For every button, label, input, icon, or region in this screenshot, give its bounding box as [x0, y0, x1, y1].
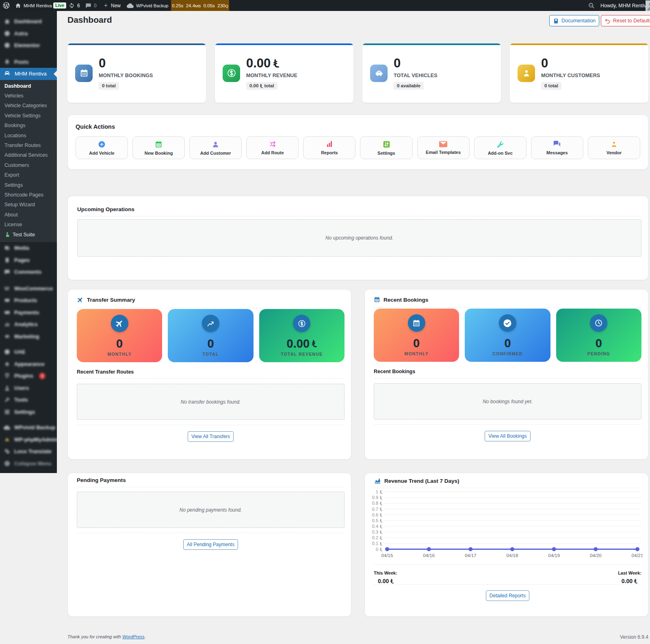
svg-text:04/20: 04/20: [590, 553, 602, 558]
svg-text:0.4: 0.4: [372, 524, 378, 529]
svg-text:1: 1: [376, 489, 378, 494]
svg-text:04/19: 04/19: [548, 553, 560, 558]
svg-text:0.5: 0.5: [372, 518, 378, 523]
svg-text:0: 0: [376, 547, 378, 552]
svg-text:0.1: 0.1: [372, 541, 378, 546]
svg-text:0.9: 0.9: [372, 495, 378, 500]
svg-text:0.2: 0.2: [372, 535, 378, 540]
svg-text:04/21: 04/21: [632, 553, 642, 558]
svg-text:0.8: 0.8: [372, 501, 378, 506]
svg-text:0.7: 0.7: [372, 507, 378, 512]
svg-text:04/16: 04/16: [423, 553, 435, 558]
svg-text:0.3: 0.3: [372, 529, 378, 534]
svg-text:04/17: 04/17: [465, 553, 477, 558]
svg-text:04/18: 04/18: [507, 553, 518, 558]
svg-text:04/15: 04/15: [381, 553, 393, 558]
svg-text:0.6: 0.6: [372, 512, 378, 517]
